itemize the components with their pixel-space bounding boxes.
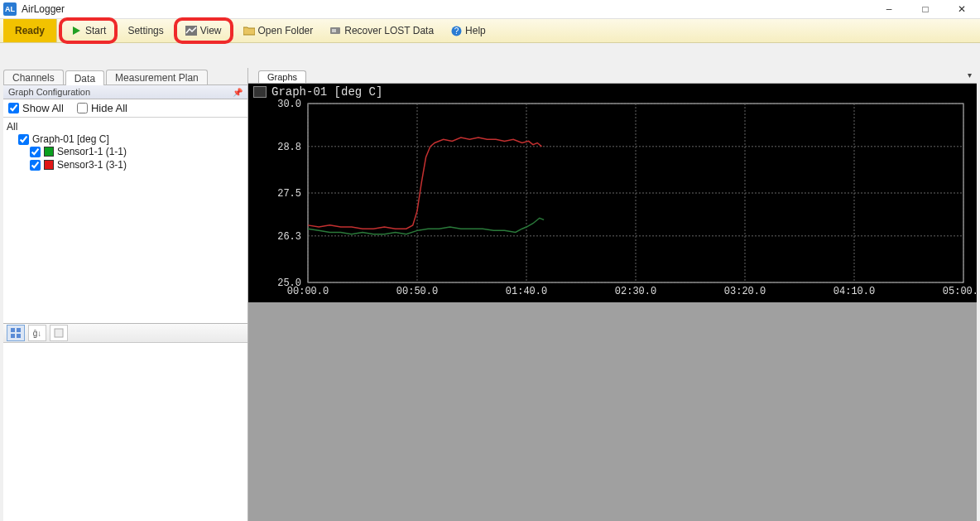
tree-sensor-2[interactable]: Sensor3-1 (3-1)	[30, 159, 244, 171]
tree-graph-node[interactable]: Graph-01 [deg C]	[18, 133, 244, 145]
tab-graphs[interactable]: Graphs	[258, 70, 306, 83]
folder-icon	[243, 25, 255, 36]
start-label: Start	[85, 22, 106, 39]
window-close-button[interactable]: ✕	[944, 0, 980, 18]
show-hide-bar: Show All Hide All	[3, 99, 247, 118]
tree-sensor-1-checkbox[interactable]	[30, 147, 41, 157]
tab-overflow-button[interactable]: ▾	[968, 70, 972, 80]
svg-rect-7	[17, 328, 21, 332]
show-all-checkbox[interactable]: Show All	[8, 102, 64, 114]
help-icon: ?	[450, 25, 462, 36]
svg-text:01:40.0: 01:40.0	[506, 286, 547, 297]
hide-all-checkbox[interactable]: Hide All	[77, 102, 127, 114]
color-swatch-green	[44, 147, 54, 157]
highlight-start: Start	[59, 17, 118, 44]
settings-button[interactable]: Settings	[119, 19, 171, 42]
svg-text:27.5: 27.5	[277, 188, 301, 200]
prop-alphabetical-button[interactable]: ĝ↓	[28, 325, 46, 341]
svg-text:?: ?	[454, 27, 459, 36]
app-icon: AL	[3, 2, 17, 16]
tree-sensor-1-label: Sensor1-1 (1-1)	[57, 146, 127, 157]
svg-text:04:10.0: 04:10.0	[833, 286, 875, 297]
highlight-view: View	[174, 17, 233, 44]
tab-data-label: Data	[74, 73, 95, 84]
hide-all-input[interactable]	[77, 103, 88, 113]
main-toolbar: Ready Start Settings View	[0, 19, 980, 43]
svg-rect-6	[11, 328, 15, 332]
help-button[interactable]: ? Help	[442, 19, 494, 42]
tab-measurement-plan-label: Measurement Plan	[115, 72, 199, 84]
open-folder-label: Open Folder	[258, 22, 314, 39]
right-pane: Graphs ▾ Graph-01 [deg C] 25.026.327.528…	[248, 68, 977, 521]
recover-icon	[329, 25, 341, 36]
tree-sensor-1[interactable]: Sensor1-1 (1-1)	[30, 146, 244, 157]
tab-graphs-label: Graphs	[267, 72, 297, 82]
svg-text:28.8: 28.8	[277, 142, 301, 153]
start-button[interactable]: Start	[62, 21, 114, 41]
recover-label: Recover LOST Data	[344, 22, 434, 39]
property-toolbar: ĝ↓	[3, 324, 247, 343]
svg-marker-0	[73, 27, 80, 35]
recover-button[interactable]: Recover LOST Data	[321, 19, 442, 42]
tree-graph-label: Graph-01 [deg C]	[32, 133, 109, 145]
svg-text:02:30.0: 02:30.0	[615, 286, 656, 297]
left-tabs: Channels Data Measurement Plan	[3, 68, 247, 85]
prop-categorized-button[interactable]	[7, 325, 25, 341]
view-label: View	[200, 22, 222, 39]
svg-rect-8	[11, 334, 15, 338]
svg-rect-9	[17, 334, 21, 338]
svg-text:05:00.0: 05:00.0	[943, 286, 977, 297]
graph-config-header: Graph Configuration 📌	[3, 85, 247, 99]
svg-text:03:20.0: 03:20.0	[724, 286, 766, 297]
property-grid[interactable]	[3, 343, 247, 521]
tab-data[interactable]: Data	[65, 70, 104, 85]
svg-text:00:50.0: 00:50.0	[396, 286, 438, 297]
tree-graph-checkbox[interactable]	[18, 134, 29, 145]
tree-root[interactable]: All	[7, 121, 244, 133]
tree-sensor-2-label: Sensor3-1 (3-1)	[57, 159, 127, 171]
svg-rect-10	[55, 329, 63, 337]
graph-tree[interactable]: All Graph-01 [deg C] Sen	[3, 118, 247, 324]
graph-tabstrip: Graphs ▾	[248, 68, 977, 84]
titlebar: AL AirLogger – □ ✕	[0, 0, 980, 19]
pin-icon[interactable]: 📌	[233, 88, 243, 97]
status-indicator: Ready	[3, 19, 57, 42]
chart-panel[interactable]: Graph-01 [deg C] 25.026.327.528.830.000:…	[248, 84, 977, 302]
play-icon	[70, 25, 82, 36]
tab-channels[interactable]: Channels	[3, 70, 64, 84]
graph-config-title: Graph Configuration	[8, 87, 90, 97]
show-all-input[interactable]	[8, 103, 19, 113]
chart-icon	[185, 25, 197, 36]
color-swatch-red	[44, 160, 54, 170]
view-button[interactable]: View	[177, 21, 230, 41]
open-folder-button[interactable]: Open Folder	[235, 19, 322, 42]
chart-svg: 25.026.327.528.830.000:00.000:50.001:40.…	[248, 84, 977, 302]
show-all-label: Show All	[22, 102, 64, 114]
tree-sensor-2-checkbox[interactable]	[30, 160, 41, 171]
svg-text:26.3: 26.3	[277, 231, 301, 243]
svg-rect-3	[332, 29, 336, 32]
help-label: Help	[465, 22, 486, 39]
svg-text:00:00.0: 00:00.0	[287, 286, 329, 297]
prop-pages-button[interactable]	[50, 325, 68, 341]
tab-measurement-plan[interactable]: Measurement Plan	[106, 70, 208, 84]
empty-area	[248, 302, 977, 521]
window-maximize-button[interactable]: □	[907, 0, 944, 18]
window-minimize-button[interactable]: –	[871, 0, 907, 18]
hide-all-label: Hide All	[91, 102, 127, 114]
tab-channels-label: Channels	[12, 72, 55, 84]
settings-label: Settings	[127, 22, 163, 39]
window-title: AirLogger	[22, 3, 65, 15]
svg-text:30.0: 30.0	[277, 99, 301, 110]
left-pane: Channels Data Measurement Plan Graph Con…	[3, 68, 248, 521]
